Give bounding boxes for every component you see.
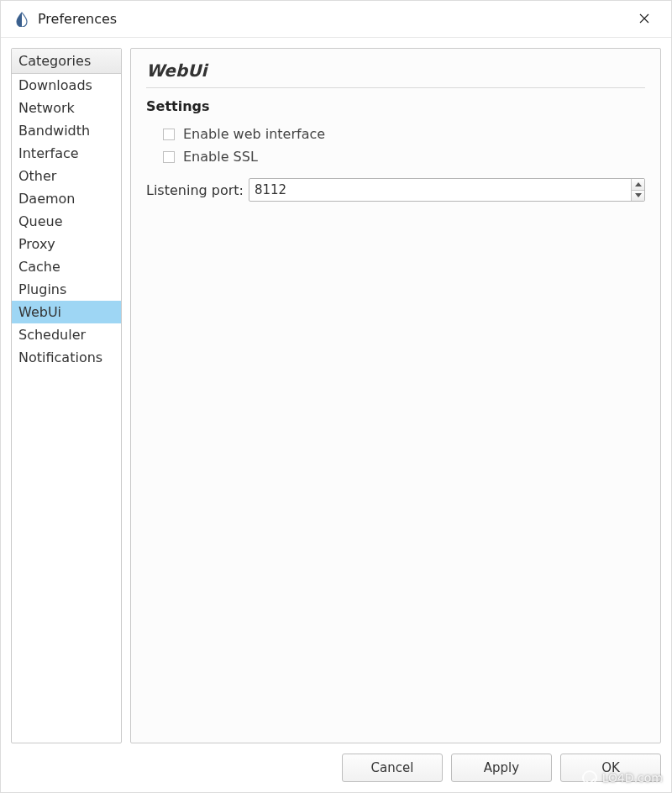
sidebar-item-plugins[interactable]: Plugins [12, 278, 121, 301]
chevron-down-icon [635, 193, 642, 197]
enable-ssl-label: Enable SSL [183, 149, 258, 165]
sidebar-item-scheduler[interactable]: Scheduler [12, 323, 121, 346]
sidebar-item-webui[interactable]: WebUi [12, 301, 121, 323]
sidebar-item-network[interactable]: Network [12, 97, 121, 119]
enable-web-interface-label: Enable web interface [183, 126, 325, 142]
close-icon [639, 11, 649, 27]
enable-ssl-row[interactable]: Enable SSL [146, 145, 645, 168]
enable-web-interface-row[interactable]: Enable web interface [146, 123, 645, 145]
titlebar: Preferences [1, 1, 671, 38]
sidebar-item-notifications[interactable]: Notifications [12, 346, 121, 369]
sidebar-item-proxy[interactable]: Proxy [12, 233, 121, 255]
sidebar-item-cache[interactable]: Cache [12, 255, 121, 278]
sidebar-item-daemon[interactable]: Daemon [12, 187, 121, 210]
dialog-button-bar: Cancel Apply OK [1, 750, 671, 792]
content-area: Categories Downloads Network Bandwidth I… [1, 38, 671, 750]
checkbox-icon [163, 151, 175, 163]
listening-port-input[interactable] [249, 178, 645, 202]
sidebar-item-interface[interactable]: Interface [12, 142, 121, 165]
sidebar-list: Downloads Network Bandwidth Interface Ot… [12, 74, 121, 743]
chevron-up-icon [635, 182, 642, 186]
sidebar-item-other[interactable]: Other [12, 165, 121, 187]
preferences-window: Preferences Categories Downloads Network… [0, 0, 672, 793]
sidebar-item-queue[interactable]: Queue [12, 210, 121, 233]
listening-port-row: Listening port: [146, 178, 645, 202]
spin-down-button[interactable] [632, 190, 644, 202]
sidebar-item-downloads[interactable]: Downloads [12, 74, 121, 97]
window-close-button[interactable] [627, 7, 661, 32]
settings-panel: WebUi Settings Enable web interface Enab… [130, 48, 661, 743]
spin-buttons [631, 179, 644, 201]
cancel-button[interactable]: Cancel [342, 754, 443, 782]
app-icon [14, 12, 29, 27]
checkbox-icon [163, 129, 175, 140]
window-title: Preferences [38, 11, 627, 27]
sidebar-item-bandwidth[interactable]: Bandwidth [12, 119, 121, 142]
categories-sidebar: Categories Downloads Network Bandwidth I… [11, 48, 122, 743]
panel-title: WebUi [146, 60, 645, 88]
apply-button[interactable]: Apply [451, 754, 552, 782]
ok-button[interactable]: OK [560, 754, 661, 782]
sidebar-header: Categories [12, 49, 121, 74]
spin-up-button[interactable] [632, 179, 644, 190]
listening-port-label: Listening port: [146, 182, 244, 198]
section-heading: Settings [146, 98, 645, 114]
listening-port-field[interactable] [249, 179, 631, 201]
